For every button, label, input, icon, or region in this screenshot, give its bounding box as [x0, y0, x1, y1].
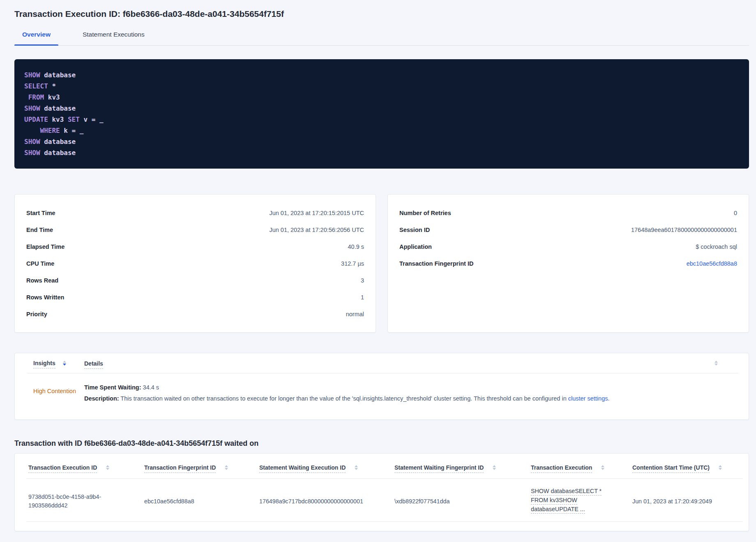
transaction-details-page: Transaction Execution ID: f6be6366-da03-…: [0, 0, 756, 531]
sql-line: WHERE k = _: [24, 125, 739, 136]
metric-label: Start Time: [26, 210, 55, 216]
metric-row: Rows Read3: [26, 272, 364, 289]
metric-label: Elapsed Time: [26, 243, 65, 250]
sql-line: SELECT *: [24, 81, 739, 92]
column-header-statement-waiting-fingerprint-id[interactable]: Statement Waiting Fingerprint ID: [394, 464, 531, 473]
column-header-transaction-fingerprint-id[interactable]: Transaction Fingerprint ID: [144, 464, 259, 473]
waited-on-table-card: Transaction Execution IDTransaction Fing…: [14, 453, 749, 531]
metric-row: Application$ cockroach sql: [399, 238, 737, 255]
column-header-transaction-execution-id[interactable]: Transaction Execution ID: [28, 464, 144, 473]
insight-details-cell: Time Spent Waiting: 34.4 s Description: …: [84, 379, 738, 403]
metric-row: Elapsed Time40.9 s: [26, 238, 364, 255]
column-header-label: Statement Waiting Execution ID: [259, 464, 346, 473]
column-header-statement-waiting-execution-id[interactable]: Statement Waiting Execution ID: [259, 464, 394, 473]
details-column-header[interactable]: Details: [84, 360, 103, 367]
insights-column-header[interactable]: Insights: [33, 360, 84, 368]
cell-transaction-execution-link[interactable]: SHOW databaseSELECT * FROM kv3SHOW datab…: [531, 488, 632, 515]
metric-row: Number of Retries0: [399, 204, 737, 221]
tab-statement-executions[interactable]: Statement Executions: [75, 27, 152, 45]
column-header-label: Transaction Execution ID: [28, 464, 97, 473]
column-header-transaction-execution[interactable]: Transaction Execution: [531, 464, 632, 473]
insight-row: High Contention Time Spent Waiting: 34.4…: [15, 373, 749, 414]
summary-cards-row: Start TimeJun 01, 2023 at 17:20:15:2015 …: [14, 194, 749, 333]
time-spent-waiting: Time Spent Waiting: 34.4 s: [84, 384, 738, 391]
metric-row: CPU Time312.7 µs: [26, 255, 364, 272]
cell-statement-waiting-fingerprint-id: \xdb8922f077541dda: [394, 498, 531, 505]
cell-statement-waiting-execution-id: 176498a9c717bdc80000000000000001: [259, 498, 394, 505]
sql-line: SHOW database: [24, 69, 739, 81]
sort-icon: [63, 361, 66, 366]
sql-line: SHOW database: [24, 103, 739, 114]
metric-label: End Time: [26, 227, 53, 233]
metric-label: Number of Retries: [399, 210, 451, 216]
metric-label: Session ID: [399, 227, 430, 233]
metric-label: Application: [399, 243, 432, 250]
metric-row: Transaction Fingerprint IDebc10ae56cfd88…: [399, 255, 737, 272]
insight-description: Description: This transaction waited on …: [84, 394, 738, 403]
sql-line: SHOW database: [24, 136, 739, 147]
column-header-label: Contention Start Time (UTC): [632, 464, 710, 473]
metric-value: 1: [361, 294, 364, 301]
column-header-contention-start-time-utc-[interactable]: Contention Start Time (UTC): [632, 464, 744, 473]
tab-overview[interactable]: Overview: [14, 27, 58, 45]
tab-bar: OverviewStatement Executions: [14, 27, 749, 46]
metric-value: $ cockroach sql: [696, 243, 737, 250]
insights-column-label: Insights: [33, 360, 55, 368]
metric-row: Rows Written1: [26, 289, 364, 306]
sql-statements-box: SHOW databaseSELECT * FROM kv3SHOW datab…: [14, 59, 749, 169]
metric-value: 40.9 s: [348, 243, 364, 250]
waited-table-row: 9738d051-bc0e-4158-a9b4-1903586ddd42 ebc…: [15, 479, 749, 515]
metric-value: normal: [346, 311, 364, 317]
metric-value: 0: [734, 210, 737, 216]
metric-row: Start TimeJun 01, 2023 at 17:20:15:2015 …: [26, 204, 364, 221]
page-title: Transaction Execution ID: f6be6366-da03-…: [14, 9, 749, 19]
metric-label: Rows Read: [26, 277, 58, 284]
sql-line: UPDATE kv3 SET v = _: [24, 114, 739, 125]
metric-row: End TimeJun 01, 2023 at 17:20:56:2056 UT…: [26, 221, 364, 238]
column-header-label: Statement Waiting Fingerprint ID: [394, 464, 484, 473]
insights-card: Insights Details High Contention Time Sp…: [14, 353, 749, 420]
metric-value: Jun 01, 2023 at 17:20:56:2056 UTC: [269, 227, 364, 233]
metric-value: Jun 01, 2023 at 17:20:15:2015 UTC: [269, 210, 364, 216]
insights-table-header: Insights Details: [15, 353, 749, 368]
cell-contention-start-time: Jun 01, 2023 at 17:20:49:2049: [632, 498, 744, 505]
sort-icon: [355, 465, 358, 470]
metric-value: 3: [361, 277, 364, 284]
metric-value-link[interactable]: ebc10ae56cfd88a8: [687, 260, 737, 267]
cluster-settings-link[interactable]: cluster settings: [568, 395, 608, 402]
details-column-label: Details: [84, 360, 103, 369]
execution-meta-card: Number of Retries0Session ID17648a9eea60…: [387, 194, 749, 333]
column-header-label: Transaction Execution: [531, 464, 592, 473]
column-header-label: Transaction Fingerprint ID: [144, 464, 216, 473]
metric-label: Rows Written: [26, 294, 64, 301]
metric-row: Prioritynormal: [26, 306, 364, 322]
sql-code: SHOW databaseSELECT * FROM kv3SHOW datab…: [24, 69, 739, 158]
divider: [26, 521, 743, 522]
sort-icon: [225, 465, 228, 470]
waited-on-heading: Transaction with ID f6be6366-da03-48de-a…: [14, 439, 749, 448]
sql-line: FROM kv3: [24, 92, 739, 103]
sort-icon: [719, 465, 722, 470]
sort-icon: [601, 465, 604, 470]
waited-table-header-row: Transaction Execution IDTransaction Fing…: [15, 454, 749, 473]
sort-icon: [106, 465, 109, 470]
execution-details-card: Start TimeJun 01, 2023 at 17:20:15:2015 …: [14, 194, 376, 333]
metric-value: 17648a9eea6017800000000000000001: [631, 227, 737, 233]
metric-label: Priority: [26, 311, 47, 317]
metric-label: CPU Time: [26, 260, 54, 267]
insight-type-badge: High Contention: [33, 379, 84, 403]
metric-row: Session ID17648a9eea60178000000000000000…: [399, 221, 737, 238]
sort-icon[interactable]: [715, 361, 718, 366]
cell-transaction-execution-id: 9738d051-bc0e-4158-a9b4-1903586ddd42: [28, 493, 144, 510]
sort-icon: [493, 465, 496, 470]
metric-value: 312.7 µs: [341, 260, 364, 267]
cell-transaction-fingerprint-id: ebc10ae56cfd88a8: [144, 498, 259, 505]
metric-label: Transaction Fingerprint ID: [399, 260, 473, 267]
sql-line: SHOW database: [24, 147, 739, 158]
